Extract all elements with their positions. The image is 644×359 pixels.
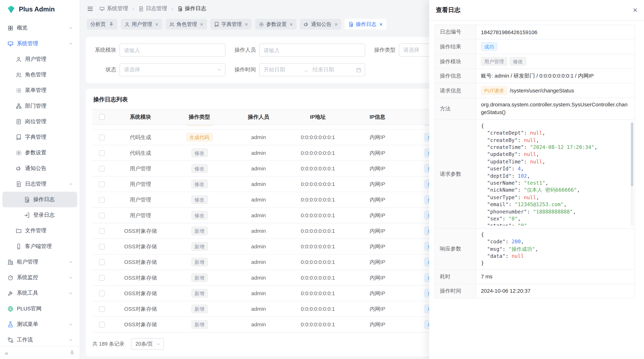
sidebar-item-system-tools[interactable]: 系统工具 xyxy=(2,285,77,301)
operation-type-tag: 修改 xyxy=(191,164,208,173)
column-header: 系统模块 xyxy=(111,110,170,124)
chevron-down-icon xyxy=(156,342,161,346)
gear-icon xyxy=(16,150,22,156)
cell-system-module: OSS对象存储 xyxy=(111,317,170,332)
sidebar-item-client-management[interactable]: 客户端管理 xyxy=(2,239,77,254)
row-checkbox[interactable] xyxy=(99,275,105,281)
request-params-json: { "createDept": null, "createBy": null, … xyxy=(481,122,630,226)
scrollbar-thumb[interactable] xyxy=(631,122,634,186)
sidebar-item-role-management[interactable]: 角色管理 xyxy=(2,67,77,82)
operation-log-icon xyxy=(24,196,30,203)
row-checkbox[interactable] xyxy=(99,228,105,234)
operation-type-tag: 修改 xyxy=(191,211,208,220)
chevron-down-icon xyxy=(68,25,73,30)
column-header: 操作人员 xyxy=(229,110,288,124)
sidebar-item-overview[interactable]: 概览 xyxy=(2,20,77,36)
cell-ip-address: 0:0:0:0:0:0:0:1 xyxy=(288,125,348,129)
operation-type-tag: 新增 xyxy=(191,227,208,235)
flask-icon xyxy=(7,321,14,327)
sidebar-item-label: 工作流 xyxy=(17,336,65,344)
close-icon[interactable]: × xyxy=(155,21,158,27)
cell-system-module: 用户管理 xyxy=(111,176,170,192)
cell-ip-info: 内网IP xyxy=(348,239,407,254)
sidebar-item-workflow[interactable]: 工作流 xyxy=(2,332,77,346)
operation-type-tag: 生成代码 xyxy=(186,133,212,142)
sidebar-item-dept-management[interactable]: 部门管理 xyxy=(2,98,77,114)
sidebar-item-login-log[interactable]: 登录日志 xyxy=(2,207,77,223)
sidebar-item-operation-log[interactable]: 操作日志 xyxy=(2,192,77,207)
detail-row-response-params: 响应参数 { "code": 200, "msg": "操作成功", "data… xyxy=(435,229,634,270)
row-checkbox[interactable] xyxy=(99,259,105,265)
pin-icon[interactable] xyxy=(108,22,114,27)
tab-label: 参数设置 xyxy=(266,21,287,28)
date-range-picker[interactable]: 开始日期 → 结束日期 xyxy=(259,63,365,76)
tab-analysis[interactable]: 分析页 xyxy=(86,19,117,30)
breadcrumb-item-log-management[interactable]: 日志管理 xyxy=(138,5,167,12)
end-date-placeholder: 结束日期 xyxy=(312,66,348,73)
page-size-select[interactable]: 20条/页 xyxy=(131,338,164,350)
scrollbar-track[interactable] xyxy=(631,122,634,226)
sidebar-item-notice[interactable]: 通知公告 xyxy=(2,161,77,176)
monitor-icon xyxy=(100,6,105,11)
sidebar-item-dict-management[interactable]: 字典管理 xyxy=(2,129,77,145)
close-icon[interactable]: × xyxy=(379,21,383,27)
range-arrow: → xyxy=(303,67,308,73)
row-checkbox[interactable] xyxy=(99,150,105,156)
sidebar-item-tenant-management[interactable]: 租户管理 xyxy=(2,254,77,270)
row-checkbox[interactable] xyxy=(99,306,105,312)
row-checkbox[interactable] xyxy=(99,322,105,327)
login-log-icon xyxy=(24,212,30,218)
row-checkbox[interactable] xyxy=(99,181,105,187)
sidebar-item-user-management[interactable]: 用户管理 xyxy=(2,51,77,67)
app-logo[interactable]: Plus Admin xyxy=(0,0,80,19)
select-all-checkbox[interactable] xyxy=(99,114,105,120)
operator-input[interactable] xyxy=(259,43,365,56)
row-checkbox[interactable] xyxy=(99,166,105,171)
close-icon[interactable]: × xyxy=(633,6,638,14)
sidebar-item-menu-management[interactable]: 菜单管理 xyxy=(2,82,77,98)
sidebar-item-test-menu[interactable]: 测试菜单 xyxy=(2,317,77,332)
chevron-right-icon xyxy=(170,6,174,11)
row-checkbox[interactable] xyxy=(99,197,105,203)
sidebar-item-log-management[interactable]: 日志管理 xyxy=(2,176,77,192)
pin-icon[interactable] xyxy=(70,350,75,356)
row-checkbox[interactable] xyxy=(99,212,105,218)
status-select[interactable]: 请选择 xyxy=(120,63,226,76)
sidebar-item-param-settings[interactable]: 参数设置 xyxy=(2,145,77,160)
row-checkbox[interactable] xyxy=(99,290,105,296)
tab-user-management[interactable]: 用户管理 × xyxy=(120,19,162,30)
module-input[interactable] xyxy=(120,43,226,56)
breadcrumb-label: 操作日志 xyxy=(185,5,206,12)
operation-type-tag: 修改 xyxy=(191,180,208,188)
sidebar-collapse-button[interactable]: « xyxy=(5,350,8,356)
request-params-scroll[interactable]: { "createDept": null, "createBy": null, … xyxy=(476,120,634,228)
sidebar-item-file-management[interactable]: 文件管理 xyxy=(2,223,77,239)
cell-ip-address: 0:0:0:0:0:0:0:1 xyxy=(288,192,348,207)
hamburger-icon[interactable] xyxy=(86,5,94,12)
tab-operation-log[interactable]: 操作日志 × xyxy=(345,19,386,30)
sidebar-item-system-management[interactable]: 系统管理 xyxy=(2,36,77,51)
http-method-tag: PUT请求 xyxy=(481,86,507,95)
tab-notice[interactable]: 通知公告 × xyxy=(300,19,342,30)
close-icon[interactable]: × xyxy=(200,21,203,27)
close-icon[interactable]: × xyxy=(245,21,248,27)
close-icon[interactable]: × xyxy=(334,21,338,27)
tab-label: 字典管理 xyxy=(221,21,242,28)
sidebar-item-system-monitor[interactable]: 系统监控 xyxy=(2,270,77,285)
chevron-down-icon xyxy=(68,322,73,327)
close-icon[interactable]: × xyxy=(290,21,293,27)
operation-type-tag: 新增 xyxy=(191,258,208,266)
sidebar-item-plus-website[interactable]: PLUS官网 xyxy=(2,301,77,317)
tab-dict-management[interactable]: 字典管理 × xyxy=(210,19,252,30)
breadcrumb-item-system-management[interactable]: 系统管理 xyxy=(100,5,128,12)
megaphone-icon xyxy=(16,165,22,171)
row-checkbox[interactable] xyxy=(99,244,105,249)
workflow-icon xyxy=(7,337,14,343)
tab-role-management[interactable]: 角色管理 × xyxy=(166,19,207,30)
detail-label: 请求信息 xyxy=(435,83,476,98)
cost-value: 7 ms xyxy=(476,270,634,284)
tab-param-settings[interactable]: 参数设置 × xyxy=(255,19,296,30)
sidebar-item-post-management[interactable]: 岗位管理 xyxy=(2,114,77,129)
row-checkbox[interactable] xyxy=(99,134,105,140)
detail-row-cost: 耗时 7 ms xyxy=(435,270,634,284)
